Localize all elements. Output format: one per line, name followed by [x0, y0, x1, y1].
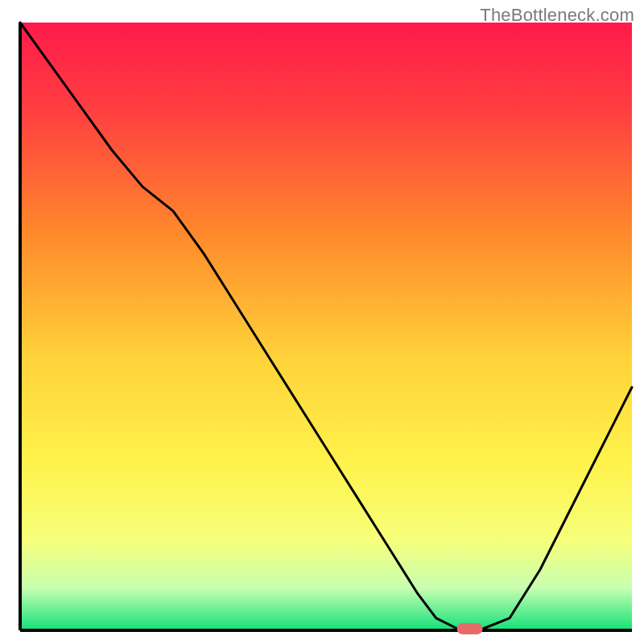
- optimal-marker: [457, 623, 483, 634]
- chart-svg: [0, 0, 644, 644]
- watermark-label: TheBottleneck.com: [480, 5, 634, 26]
- bottleneck-chart: TheBottleneck.com: [0, 0, 644, 644]
- chart-background: [20, 23, 632, 630]
